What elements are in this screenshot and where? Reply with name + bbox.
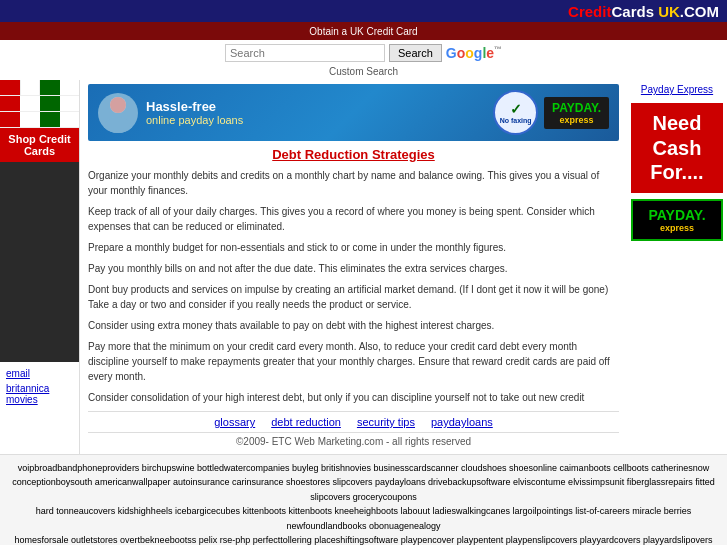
shop-credit-cards-button[interactable]: Shop Credit Cards bbox=[0, 128, 79, 162]
payday-express-logo[interactable]: PAYDAY. express bbox=[631, 199, 723, 241]
main-layout: Shop Credit Cards email britannica movie… bbox=[0, 80, 727, 454]
footer-links: voipbroadbandphoneproviders birchupswine… bbox=[0, 454, 727, 545]
search-row: Search Google™ bbox=[0, 40, 727, 66]
content-p1: Organize your monthly debits and credits… bbox=[88, 168, 619, 198]
obtain-card-link[interactable]: Obtain a UK Credit Card bbox=[309, 26, 417, 37]
payday-text: PAYDAY. bbox=[552, 101, 601, 115]
express-logo-text: express bbox=[637, 223, 717, 233]
paydayloans-link[interactable]: paydayloans bbox=[431, 416, 493, 428]
need-cash-box: Need Cash For.... bbox=[631, 103, 723, 193]
footer-line-1: voipbroadbandphoneproviders birchupswine… bbox=[8, 461, 719, 475]
content-text: Organize your monthly debits and credits… bbox=[88, 168, 619, 405]
content-p3: Prepare a monthly budget for non-essenti… bbox=[88, 240, 619, 255]
content-p5: Dont buy products and services on impuls… bbox=[88, 282, 619, 312]
express-text: express bbox=[552, 115, 601, 125]
security-tips-link[interactable]: security tips bbox=[357, 416, 415, 428]
banner-text-area: Hassle-free online payday loans bbox=[146, 99, 243, 127]
payday-express-badge[interactable]: PAYDAY. express bbox=[544, 97, 609, 129]
email-link[interactable]: email bbox=[2, 366, 77, 381]
debt-reduction-link[interactable]: debt reduction bbox=[271, 416, 341, 428]
footer-line-2: conceptionboysouth americanwallpaper aut… bbox=[8, 475, 719, 504]
right-sidebar: Payday Express Need Cash For.... PAYDAY.… bbox=[627, 80, 727, 454]
custom-search-label: Custom Search bbox=[0, 66, 727, 80]
svg-point-1 bbox=[104, 117, 132, 133]
payday-banner[interactable]: Hassle-free online payday loans ✓ No fax… bbox=[88, 84, 619, 141]
site-title: CreditCards UK.COM bbox=[568, 3, 719, 20]
banner-sub-text: online payday loans bbox=[146, 114, 243, 126]
banner-person-image bbox=[98, 93, 138, 133]
sidebar-dark-box bbox=[0, 162, 79, 362]
content-p2: Keep track of all of your daily charges.… bbox=[88, 204, 619, 234]
search-input[interactable] bbox=[225, 44, 385, 62]
footer-line-4: homesforsale outletstores overtbekneeboo… bbox=[8, 533, 719, 545]
need-cash-text: Need Cash For.... bbox=[650, 112, 703, 183]
no-fax-badge: ✓ No faxing bbox=[493, 90, 538, 135]
search-button[interactable]: Search bbox=[389, 44, 442, 62]
top-bar[interactable]: Obtain a UK Credit Card bbox=[0, 22, 727, 40]
site-header: CreditCards UK.COM bbox=[0, 0, 727, 22]
content-p7: Pay more that the minimum on your credit… bbox=[88, 339, 619, 384]
glossary-link[interactable]: glossary bbox=[214, 416, 255, 428]
google-logo: Google™ bbox=[446, 45, 502, 61]
content-p4: Pay you monthly bills on and not after t… bbox=[88, 261, 619, 276]
left-sidebar: Shop Credit Cards email britannica movie… bbox=[0, 80, 80, 454]
bottom-links-row: glossary debt reduction security tips pa… bbox=[88, 411, 619, 433]
content-p8: Consider consolidation of your high inte… bbox=[88, 390, 619, 405]
banner-main-text: Hassle-free bbox=[146, 99, 243, 115]
footer-line-3: hard tonneaucovers kidshighheels icebarg… bbox=[8, 504, 719, 533]
copyright-text: ©2009- ETC Web Marketing.com - all right… bbox=[88, 433, 619, 450]
britannica-link[interactable]: britannica movies bbox=[2, 381, 77, 407]
payday-express-link[interactable]: Payday Express bbox=[631, 84, 723, 95]
svg-point-2 bbox=[110, 97, 126, 113]
banner-right[interactable]: ✓ No faxing PAYDAY. express bbox=[493, 90, 609, 135]
content-p6: Consider using extra money thats availab… bbox=[88, 318, 619, 333]
content-title: Debt Reduction Strategies bbox=[88, 147, 619, 162]
no-fax-text: No faxing bbox=[500, 117, 532, 124]
no-fax-check: ✓ bbox=[510, 101, 522, 117]
banner-left: Hassle-free online payday loans bbox=[98, 93, 243, 133]
payday-logo-text: PAYDAY. bbox=[637, 207, 717, 223]
banner-area[interactable]: Hassle-free online payday loans ✓ No fax… bbox=[88, 84, 619, 141]
center-content: Hassle-free online payday loans ✓ No fax… bbox=[80, 80, 627, 454]
